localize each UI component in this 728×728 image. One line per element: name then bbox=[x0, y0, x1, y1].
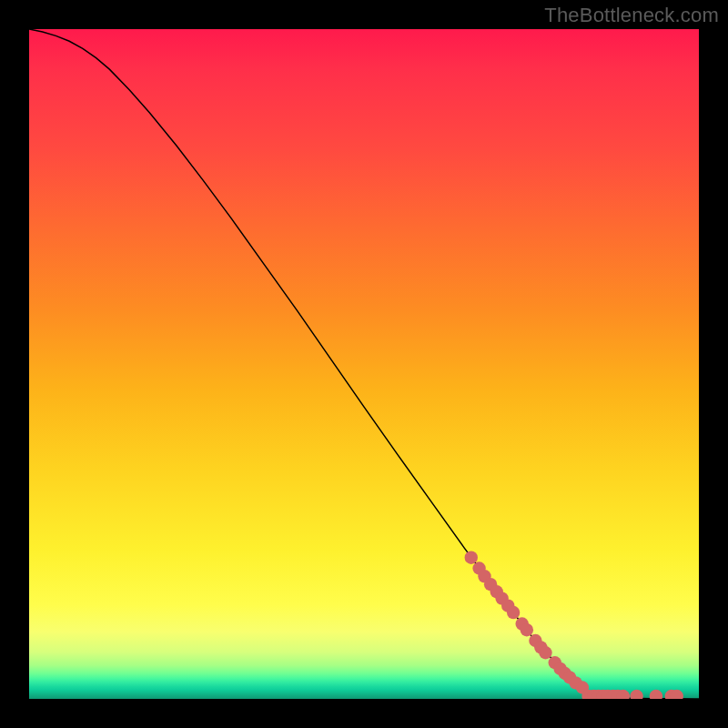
chart-container: TheBottleneck.com bbox=[0, 0, 728, 728]
data-point bbox=[465, 551, 478, 564]
scatter-upper bbox=[465, 551, 590, 694]
watermark-text: TheBottleneck.com bbox=[544, 4, 719, 27]
data-point bbox=[539, 646, 551, 659]
scatter-lower bbox=[581, 690, 683, 699]
data-point bbox=[521, 623, 533, 636]
data-point bbox=[507, 606, 520, 619]
data-point bbox=[630, 690, 642, 699]
curve-line bbox=[29, 29, 699, 699]
plot-area bbox=[29, 29, 699, 699]
data-point bbox=[650, 690, 662, 699]
chart-svg bbox=[29, 29, 699, 699]
